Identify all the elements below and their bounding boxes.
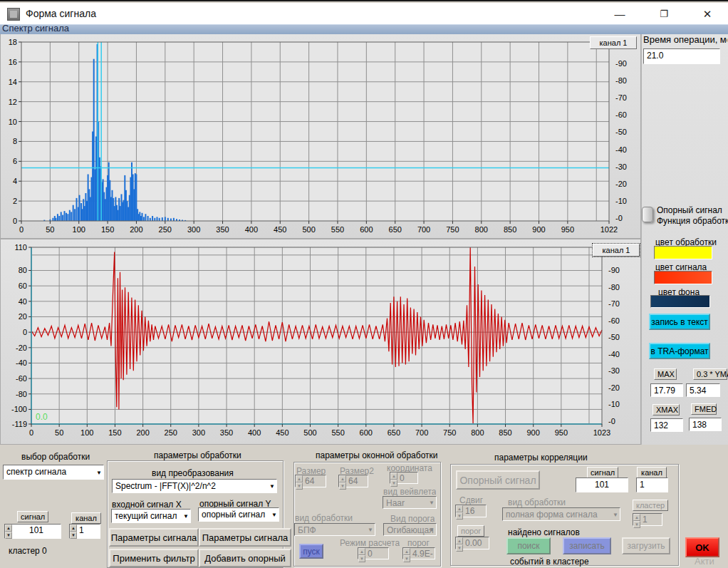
found-signals-label: найдено сигналов: [508, 527, 580, 537]
inner-title-bar: Спектр сигнала: [0, 24, 728, 34]
threshold-kind-dropdown: Огибающая▼: [383, 523, 437, 536]
ymax-stat-value: 5.34: [686, 383, 720, 397]
waveform-chart-panel: [0, 239, 641, 445]
xmax-stat-label: XMAX: [652, 404, 680, 415]
app-window: Форма сигнала — ❐ ✕ Спектр сигнала 05010…: [0, 0, 728, 568]
cluster-label: кластер: [633, 500, 668, 511]
max-stat-label: MAX: [654, 368, 677, 380]
fmed-stat-value: 138: [689, 418, 722, 431]
window-params-section-label: параметры оконной обработки: [313, 450, 440, 460]
spinner-arrows[interactable]: ▲▼: [5, 525, 12, 538]
processing-kind-label: вид обработки: [295, 513, 353, 523]
title-bar: Форма сигнала — ❐ ✕: [0, 3, 728, 24]
signal-color-swatch[interactable]: [654, 271, 712, 284]
reference-signal-button: Опорный сигнал: [456, 470, 540, 490]
spinner-arrows: ▲▼: [403, 548, 410, 559]
corr-processing-kind-label: вид обработки: [508, 497, 566, 507]
params-signal-x-button[interactable]: Параметры сигнала: [109, 528, 199, 547]
spinner-arrows: ▲▼: [390, 473, 397, 483]
write-button[interactable]: записать: [563, 537, 611, 554]
correlation-params-section-label: параметры корреляции: [492, 453, 590, 463]
input-signal-x-label: входной сигнал X: [112, 500, 182, 510]
operation-time-label: Время операции, мс: [643, 34, 727, 45]
corr-processing-dropdown: полная форма сигнала▼: [502, 507, 620, 521]
channel-button-waveform[interactable]: канал 1: [593, 244, 640, 257]
wavelet-dropdown: Haar▼: [383, 496, 437, 509]
app-icon: [7, 8, 20, 21]
chevron-down-icon: ▼: [368, 527, 373, 533]
to-tra-format-button[interactable]: в TRA-формат: [649, 343, 710, 359]
input-signal-x-dropdown[interactable]: текущий сигнал▼: [111, 509, 191, 523]
threshold-kind-label: Вид порога: [390, 514, 435, 524]
window-title: Форма сигнала: [26, 8, 96, 19]
search-button[interactable]: поиск: [506, 537, 551, 554]
write-to-text-button[interactable]: запись в текст: [649, 314, 710, 330]
spinner-arrows: ▲▼: [633, 514, 640, 525]
chevron-down-icon: ▼: [429, 527, 435, 533]
corr-channel-label: канал: [637, 467, 667, 478]
minimize-icon[interactable]: —: [609, 6, 630, 23]
inner-title: Спектр сигнала: [2, 23, 69, 33]
toggle-option-bottom-label: Функция обработки: [657, 216, 728, 226]
size-stepper: ▲▼ 64: [295, 475, 326, 487]
spinner-arrows: ▲▼: [296, 475, 303, 487]
shift-stepper: ▲▼ 16: [455, 505, 487, 517]
cluster-text: кластер 0: [9, 546, 47, 556]
max-stat-value: 17.79: [650, 383, 683, 397]
channel-label: канал: [71, 512, 101, 524]
signal-number-stepper[interactable]: ▲▼ 101: [4, 524, 61, 539]
wavelet-kind-label: вид вейвлета: [383, 487, 436, 497]
shift-label: Сдвиг: [459, 495, 483, 505]
threshold-label: порог: [407, 538, 430, 548]
operation-time-field[interactable]: 21.0: [643, 48, 720, 64]
transform-dropdown[interactable]: Spectrum - |FFT(X)|^2/n^2▼: [112, 479, 277, 493]
params-signal-y-button[interactable]: Параметры сигнала: [199, 528, 291, 547]
corr-threshold-label: порог: [457, 525, 484, 537]
cursor-readout: 0.0: [36, 412, 48, 422]
start-button[interactable]: пуск: [299, 544, 323, 559]
spinner-arrows[interactable]: ▲▼: [70, 525, 77, 538]
channel-number-stepper[interactable]: ▲▼ 1: [69, 524, 100, 539]
toggle-option-top-label: Опорный сигнал: [657, 205, 722, 215]
ok-button[interactable]: OK: [685, 537, 719, 557]
corr-signal-label: сигнал: [587, 467, 618, 478]
add-reference-button[interactable]: Добавить опорный: [199, 549, 291, 567]
activation-watermark: Акти: [695, 556, 714, 567]
corr-threshold-stepper: ▲▼ 0.00: [455, 537, 489, 549]
processing-color-swatch[interactable]: [654, 246, 712, 259]
chevron-down-icon: ▼: [269, 483, 275, 490]
calc-mode-stepper: ▲▼ 0: [358, 547, 389, 559]
processing-params-section-label: параметры обработки: [152, 450, 244, 460]
xmax-stat-value: 132: [650, 418, 683, 432]
spinner-arrows: ▲▼: [339, 475, 346, 487]
cluster-stepper: ▲▼ 1: [633, 513, 662, 526]
spectrum-chart-panel: [0, 34, 641, 239]
corr-channel-value[interactable]: 1: [636, 477, 668, 492]
apply-filter-button[interactable]: Применить фильтр: [109, 549, 199, 567]
chevron-down-icon: ▼: [429, 500, 435, 506]
ref-signal-y-dropdown[interactable]: опорный сигнал▼: [198, 507, 279, 522]
maximize-icon[interactable]: ❐: [653, 6, 675, 23]
close-icon[interactable]: ✕: [697, 6, 718, 23]
channel-button-spectrum[interactable]: канал 1: [590, 36, 637, 49]
spinner-arrows: ▲▼: [358, 548, 365, 559]
processing-kind-dropdown: БПФ▼: [294, 523, 375, 536]
chevron-down-icon: ▼: [183, 513, 189, 520]
chevron-down-icon: ▼: [613, 511, 618, 517]
processing-select-dropdown[interactable]: спектр сигнала▼: [3, 465, 104, 480]
load-button: загрузить: [622, 537, 670, 554]
ymax-stat-label: 0.3 * YMAX: [693, 368, 727, 380]
events-in-cluster-label: событий в кластере: [510, 557, 589, 567]
threshold-stepper: ▲▼ 4.9E-3: [402, 547, 435, 559]
fmed-stat-label: FMED: [691, 403, 717, 415]
signal-function-toggle[interactable]: [642, 207, 653, 222]
background-color-swatch[interactable]: [650, 295, 710, 308]
spinner-arrows: ▲▼: [456, 505, 463, 517]
controls-area: выбор обработки спектр сигнала▼ сигнал ▲…: [0, 445, 728, 568]
signal-label: сигнал: [17, 511, 48, 522]
coordinate-stepper: ▲▼ 0: [390, 472, 418, 484]
calc-mode-label: Режим расчета: [340, 538, 400, 548]
size2-stepper: ▲▼ 64: [338, 475, 368, 487]
chevron-down-icon: ▼: [96, 469, 102, 475]
corr-signal-value[interactable]: 101: [576, 477, 628, 492]
